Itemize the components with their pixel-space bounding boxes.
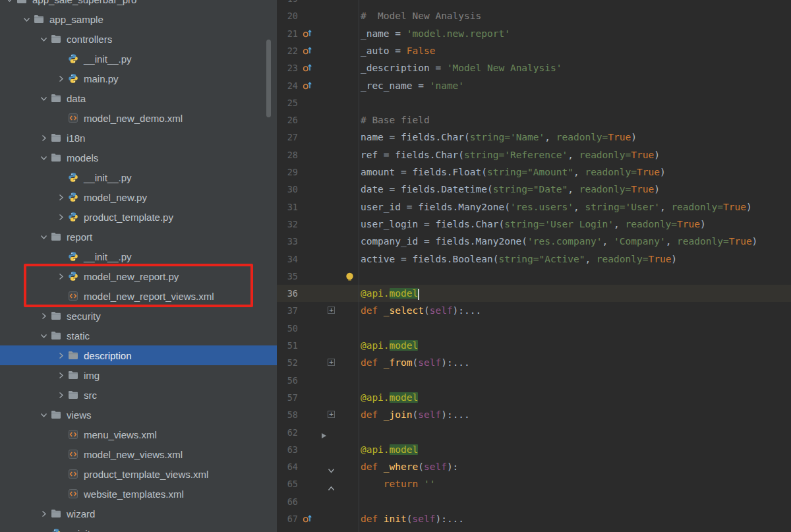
editor-line[interactable]: 56: [277, 372, 791, 389]
tree-item-label: product_template_views.xml: [84, 469, 208, 480]
editor-line[interactable]: 52 def _from(self):...: [277, 354, 791, 371]
code-token: _name =: [337, 28, 407, 39]
editor-line[interactable]: 30 date = fields.Datetime(string="Date",…: [277, 181, 791, 198]
code-editor[interactable]: 1920 # Model New Analysis21 _name = 'mod…: [277, 0, 791, 532]
editor-line[interactable]: 64 def _where(self):: [277, 458, 791, 475]
chevron-right-icon[interactable]: [55, 350, 66, 361]
override-marker-icon[interactable]: [303, 80, 312, 90]
tree-item[interactable]: report: [0, 227, 277, 247]
chevron-right-icon[interactable]: [55, 73, 66, 84]
chevron-down-icon[interactable]: [38, 93, 49, 103]
chevron-right-icon[interactable]: [55, 212, 66, 222]
override-marker-icon[interactable]: [303, 63, 312, 73]
chevron-down-icon[interactable]: [38, 330, 49, 341]
tree-item[interactable]: model_new_report_views.xml: [0, 286, 277, 306]
tree-item[interactable]: app_sample: [0, 9, 277, 29]
tree-item[interactable]: __init__.py: [0, 167, 277, 187]
tree-item[interactable]: __init__.py: [0, 247, 277, 266]
editor-line[interactable]: 62: [277, 424, 791, 441]
editor-line[interactable]: 51 @api.model: [277, 337, 791, 354]
code-token: date = fields.Datetime(: [337, 184, 493, 194]
editor-line[interactable]: 32 user_login = fields.Char(string='User…: [277, 216, 791, 233]
line-number: 65: [278, 475, 298, 492]
tree-item[interactable]: product_template_views.xml: [0, 464, 277, 484]
line-number: 29: [278, 163, 298, 181]
editor-line[interactable]: 58 def _join(self):...: [277, 406, 791, 423]
editor-line[interactable]: 67 def init(self):...: [277, 510, 791, 527]
code-token: _from: [384, 357, 413, 368]
tree-item[interactable]: product_template.py: [0, 207, 277, 227]
chevron-down-icon[interactable]: [38, 152, 49, 163]
editor-line[interactable]: 19: [277, 0, 791, 7]
override-marker-icon[interactable]: [303, 45, 312, 55]
editor-line[interactable]: 29 amount = fields.Float(string="Amount"…: [277, 163, 791, 181]
fold-end-icon[interactable]: [328, 481, 335, 494]
editor-line[interactable]: 26 # Base field: [277, 111, 791, 129]
editor-line[interactable]: 34 active = fields.Boolean(string="Activ…: [277, 251, 791, 268]
editor-line[interactable]: 28 ref = fields.Char(string='Reference',…: [277, 146, 791, 163]
tree-scrollbar-thumb[interactable]: [266, 40, 271, 117]
tree-item[interactable]: models: [0, 148, 277, 167]
chevron-right-icon[interactable]: [55, 370, 66, 380]
editor-line[interactable]: 57 @api.model: [277, 389, 791, 406]
code-token: 'res.company': [527, 236, 602, 247]
chevron-right-icon[interactable]: [38, 133, 49, 143]
editor-line[interactable]: 23 _description = 'Model New Analysis': [277, 59, 791, 76]
editor-line[interactable]: 20 # Model New Analysis: [277, 7, 791, 24]
editor-line[interactable]: 66: [277, 493, 791, 510]
tree-item[interactable]: model_new_views.xml: [0, 444, 277, 464]
editor-line[interactable]: 33 company_id = fields.Many2one('res.com…: [277, 233, 791, 250]
chevron-down-icon[interactable]: [4, 0, 15, 5]
tree-item[interactable]: description: [0, 345, 277, 365]
editor-line[interactable]: 31 user_id = fields.Many2one('res.users'…: [277, 198, 791, 216]
chevron-right-icon[interactable]: [38, 310, 49, 321]
editor-line[interactable]: 65 return '': [277, 475, 791, 492]
editor-line[interactable]: 36 @api.model: [277, 285, 791, 302]
tree-item[interactable]: img: [0, 365, 277, 385]
tree-item[interactable]: wizard: [0, 504, 277, 523]
tree-item[interactable]: model_new.py: [0, 187, 277, 207]
fold-expand-icon[interactable]: [328, 359, 335, 366]
editor-line[interactable]: 27 name = fields.Char(string='Name', rea…: [277, 129, 791, 146]
editor-line[interactable]: 37 def _select(self):...: [277, 302, 791, 319]
editor-line[interactable]: 21 _name = 'model.new.report': [277, 25, 791, 42]
editor-line[interactable]: 22 _auto = False: [277, 42, 791, 59]
tree-item[interactable]: menu_views.xml: [0, 425, 277, 444]
tree-item[interactable]: model_new_demo.xml: [0, 108, 277, 128]
tree-item[interactable]: __init__.py: [0, 49, 277, 69]
tree-item[interactable]: controllers: [0, 29, 277, 49]
chevron-right-icon[interactable]: [55, 192, 66, 202]
tree-item[interactable]: data: [0, 88, 277, 108]
chevron-down-icon[interactable]: [38, 34, 49, 44]
tree-item[interactable]: website_templates.xml: [0, 484, 277, 504]
tree-item[interactable]: security: [0, 306, 277, 326]
override-marker-icon[interactable]: [303, 28, 312, 38]
tree-item-label: views: [67, 409, 92, 421]
editor-line[interactable]: 63 @api.model: [277, 441, 791, 458]
tree-item[interactable]: __init__.py: [0, 523, 277, 532]
tree-item[interactable]: i18n: [0, 128, 277, 148]
run-marker-icon[interactable]: [321, 429, 327, 442]
chevron-down-icon[interactable]: [38, 409, 49, 420]
tree-item[interactable]: app_sale_superbar_pro: [0, 0, 277, 9]
fold-expand-icon[interactable]: [328, 411, 335, 418]
chevron-right-icon[interactable]: [55, 271, 66, 281]
fold-expand-icon[interactable]: [328, 307, 335, 314]
fold-start-icon[interactable]: [328, 464, 335, 477]
tree-item[interactable]: main.py: [0, 69, 277, 88]
chevron-right-icon[interactable]: [38, 508, 49, 519]
tree-item[interactable]: src: [0, 385, 277, 405]
editor-line[interactable]: 25: [277, 94, 791, 111]
editor-line[interactable]: 35: [277, 268, 791, 285]
tree-item[interactable]: static: [0, 326, 277, 345]
chevron-down-icon[interactable]: [21, 14, 32, 24]
editor-line[interactable]: 50: [277, 320, 791, 337]
tree-item[interactable]: model_new_report.py: [0, 266, 277, 286]
code-text: date = fields.Datetime(string="Date", re…: [337, 181, 660, 198]
editor-line[interactable]: 24 _rec_name = 'name': [277, 77, 791, 94]
chevron-right-icon[interactable]: [55, 390, 66, 400]
override-marker-icon[interactable]: [303, 514, 312, 523]
intention-bulb-icon[interactable]: [345, 272, 354, 284]
tree-item[interactable]: views: [0, 405, 277, 425]
chevron-down-icon[interactable]: [38, 231, 49, 242]
